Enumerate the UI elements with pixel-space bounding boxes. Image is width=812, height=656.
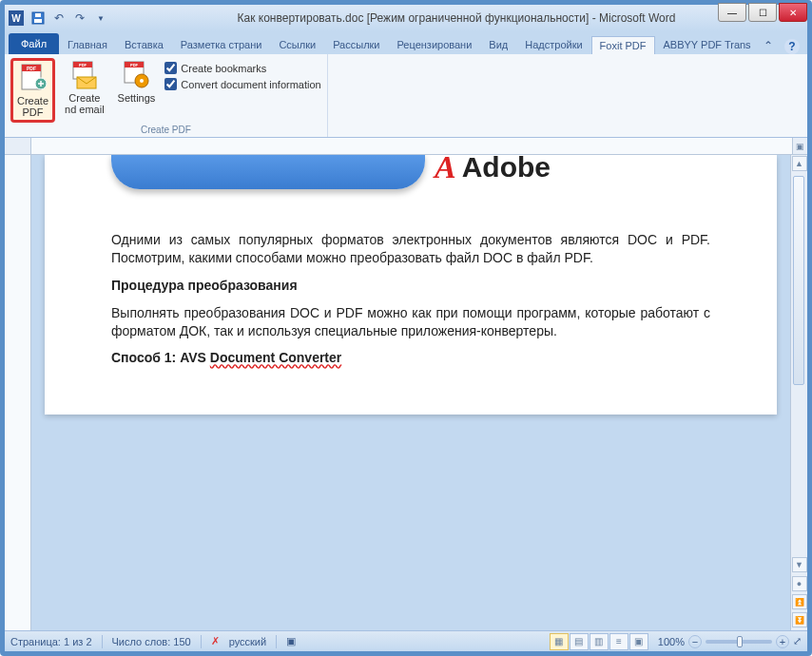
- macro-icon[interactable]: ▣: [286, 635, 296, 647]
- scroll-track[interactable]: [792, 172, 807, 556]
- save-icon[interactable]: [29, 10, 47, 27]
- status-page[interactable]: Страница: 1 из 2: [10, 636, 92, 647]
- next-page-button[interactable]: ⏬: [792, 612, 807, 627]
- create-email-button[interactable]: PDF Create nd email: [61, 58, 108, 123]
- tab-layout[interactable]: Разметка страни: [172, 35, 271, 54]
- zoom-in-button[interactable]: +: [776, 635, 789, 648]
- settings-button[interactable]: PDF Settings: [114, 58, 160, 123]
- tab-home[interactable]: Главная: [59, 35, 116, 54]
- scroll-up-button[interactable]: ▲: [792, 156, 807, 171]
- adobe-a-icon: A: [435, 155, 456, 185]
- window-title: Как конвертировать.doc [Режим ограниченн…: [109, 11, 803, 25]
- svg-text:PDF: PDF: [27, 66, 36, 71]
- check-bookmarks-box[interactable]: [164, 62, 177, 74]
- zoom-fit-button[interactable]: ⤢: [793, 635, 802, 647]
- minimize-button[interactable]: —: [718, 3, 746, 22]
- redo-icon[interactable]: ↷: [71, 10, 88, 27]
- tab-file[interactable]: Файл: [9, 33, 59, 54]
- app-window: W ↶ ↷ ▼ Как конвертировать.doc [Режим ог…: [0, 0, 812, 656]
- tab-references[interactable]: Ссылки: [270, 35, 324, 54]
- link-converter: Document Converter: [210, 350, 341, 365]
- pdf-settings-icon: PDF: [121, 60, 151, 90]
- create-email-label: Create nd email: [65, 92, 105, 115]
- page-viewport[interactable]: A Adobe Одними из самых популярных форма…: [31, 155, 790, 630]
- view-web-layout[interactable]: ▥: [590, 633, 609, 650]
- document-area: A Adobe Одними из самых популярных форма…: [5, 155, 807, 630]
- tab-view[interactable]: Вид: [480, 35, 516, 54]
- view-fullscreen[interactable]: ▤: [570, 633, 589, 650]
- window-controls: — ☐ ✕: [718, 3, 807, 22]
- browse-object-button[interactable]: ●: [792, 576, 807, 591]
- svg-rect-2: [35, 13, 41, 17]
- statusbar: Страница: 1 из 2 Число слов: 150 ✗ русск…: [5, 630, 807, 651]
- zoom-out-button[interactable]: −: [688, 635, 702, 648]
- tab-foxit-pdf[interactable]: Foxit PDF: [591, 36, 655, 54]
- word-icon: W: [9, 10, 24, 26]
- adobe-text: Adobe: [462, 155, 551, 183]
- status-lang[interactable]: русский: [229, 636, 266, 647]
- document-body: Одними из самых популярных форматов элек…: [111, 231, 710, 367]
- tab-abbyy[interactable]: ABBYY PDF Trans: [655, 35, 760, 54]
- check-options: Create bookmarks Convert document inform…: [164, 58, 320, 123]
- tab-mailings[interactable]: Рассылки: [324, 35, 388, 54]
- undo-icon[interactable]: ↶: [50, 10, 68, 27]
- heading-2: Способ 1: AVS Document Converter: [111, 349, 710, 367]
- zoom-thumb[interactable]: [737, 636, 743, 647]
- svg-text:PDF: PDF: [130, 63, 139, 68]
- settings-label: Settings: [118, 92, 156, 104]
- titlebar: W ↶ ↷ ▼ Как конвертировать.doc [Режим ог…: [5, 5, 807, 31]
- zoom-control: 100% − + ⤢: [658, 635, 802, 648]
- ribbon-group-create-pdf: PDF Create PDF PDF Create nd email PDF S…: [5, 54, 328, 137]
- quick-access-toolbar: ↶ ↷ ▼: [29, 10, 109, 27]
- view-print-layout[interactable]: ▦: [550, 633, 569, 650]
- status-words[interactable]: Число слов: 150: [112, 636, 191, 647]
- document-page: A Adobe Одними из самых популярных форма…: [45, 155, 777, 415]
- ribbon-tabs: Файл Главная Вставка Разметка страни Ссы…: [5, 31, 807, 54]
- tab-review[interactable]: Рецензировани: [389, 35, 481, 54]
- zoom-label[interactable]: 100%: [658, 636, 685, 647]
- heading-1: Процедура преобразования: [111, 277, 710, 295]
- ruler-toggle[interactable]: ▣: [792, 138, 807, 154]
- tab-addins[interactable]: Надстройки: [516, 35, 590, 54]
- group-caption: Create PDF: [10, 123, 321, 135]
- vertical-scrollbar: ▲ ▼ ● ⏫ ⏬: [790, 155, 807, 630]
- help-icon[interactable]: ?: [784, 39, 800, 54]
- paragraph-1: Одними из самых популярных форматов элек…: [111, 231, 710, 267]
- svg-text:PDF: PDF: [79, 63, 87, 68]
- create-pdf-button[interactable]: PDF Create PDF: [10, 58, 55, 123]
- close-button[interactable]: ✕: [779, 3, 807, 22]
- ribbon-minimize-icon[interactable]: ⌃: [764, 39, 779, 54]
- svg-rect-1: [34, 19, 42, 23]
- view-outline[interactable]: ≡: [609, 633, 628, 650]
- proofing-icon[interactable]: ✗: [211, 635, 220, 647]
- check-bookmarks[interactable]: Create bookmarks: [164, 62, 320, 74]
- check-docinfo[interactable]: Convert document information: [164, 78, 320, 90]
- check-docinfo-box[interactable]: [164, 78, 177, 90]
- maximize-button[interactable]: ☐: [748, 3, 777, 22]
- pdf-icon: PDF: [18, 63, 48, 93]
- vertical-ruler: [5, 155, 31, 630]
- qat-dropdown-icon[interactable]: ▼: [92, 10, 109, 27]
- ribbon: PDF Create PDF PDF Create nd email PDF S…: [5, 54, 807, 138]
- scroll-down-button[interactable]: ▼: [792, 557, 807, 572]
- prev-page-button[interactable]: ⏫: [792, 594, 807, 609]
- zoom-slider[interactable]: [706, 640, 772, 644]
- create-pdf-label: Create PDF: [17, 95, 48, 118]
- view-buttons: ▦ ▤ ▥ ≡ ▣: [550, 633, 648, 650]
- view-draft[interactable]: ▣: [629, 633, 648, 650]
- blue-banner: [111, 155, 425, 189]
- horizontal-ruler: ▣: [5, 138, 807, 155]
- pdf-email-icon: PDF: [69, 60, 100, 90]
- svg-point-15: [140, 79, 144, 83]
- tab-insert[interactable]: Вставка: [116, 35, 172, 54]
- adobe-logo: A Adobe: [435, 155, 551, 185]
- paragraph-2: Выполнять преобразования DOC и PDF можно…: [111, 304, 710, 340]
- scroll-thumb[interactable]: [793, 176, 804, 385]
